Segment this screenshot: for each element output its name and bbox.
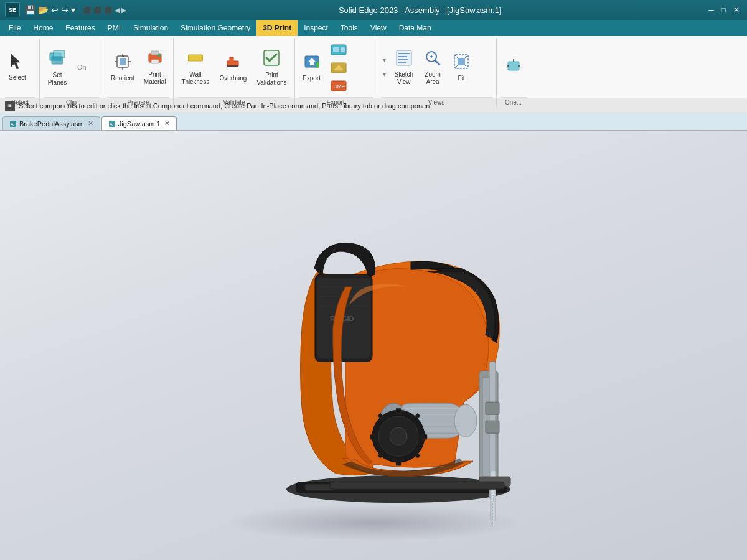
svg-rect-65 [396, 460, 401, 465]
model-container[interactable]: RIDGID [205, 178, 579, 526]
menu-tools[interactable]: Tools [334, 20, 364, 36]
svg-rect-76 [486, 421, 499, 433]
tab-bar: A BrakePedalAssy.asm ✕ A JigSaw.asm:1 ✕ [0, 113, 747, 131]
export-icon [303, 52, 321, 73]
zoom-area-icon [423, 49, 442, 70]
zoom-area-button[interactable]: ZoomArea [420, 46, 446, 88]
close-button[interactable]: ✕ [731, 6, 742, 14]
redo-icon[interactable]: ↪ [61, 5, 68, 15]
window-controls[interactable]: ─ □ ✕ [706, 6, 742, 14]
svg-rect-35 [458, 58, 465, 65]
svg-rect-80 [330, 482, 504, 489]
sketch-view-icon [395, 49, 413, 70]
menu-3d-print[interactable]: 3D Print [256, 20, 298, 36]
set-planes-button[interactable]: SetPlanes [44, 45, 71, 89]
svg-rect-6 [151, 51, 159, 55]
quick-access-toolbar[interactable]: 💾 📂 ↩ ↪ ▾ ⬛ ⬛ ⬛ ◀ ▶ [25, 5, 126, 15]
svg-rect-20 [341, 47, 345, 52]
fit-icon [452, 52, 471, 73]
maximize-button[interactable]: □ [719, 6, 728, 14]
select-button[interactable]: Select [5, 50, 30, 84]
select-label: Select [9, 74, 26, 82]
orientation-group-label: Orie... [500, 97, 527, 107]
undo-icon[interactable]: ↩ [51, 5, 59, 15]
set-planes-icon [47, 48, 67, 70]
zoom-area-label: ZoomArea [425, 71, 441, 86]
ribbon-group-views: ▾ ▾ SketchView [378, 39, 497, 107]
ribbon-group-clip: SetPlanes On Clip [41, 39, 103, 107]
menu-inspect[interactable]: Inspect [298, 20, 334, 36]
export-option-1[interactable] [327, 42, 350, 58]
save-icon[interactable]: 💾 [25, 5, 35, 15]
reorient-button[interactable]: Reorient [107, 50, 138, 85]
menu-sim-geometry[interactable]: Simulation Geometry [174, 20, 256, 36]
minimize-button[interactable]: ─ [706, 6, 716, 14]
ribbon-group-select: Select Select [2, 39, 40, 107]
tab-jigsaw-close[interactable]: ✕ [164, 119, 170, 128]
fit-button[interactable]: Fit [448, 50, 474, 85]
on-label: On [75, 62, 89, 72]
app-logo: SE [5, 2, 20, 17]
ribbon: Select Select SetPlanes [0, 36, 747, 98]
reorient-icon [113, 52, 132, 73]
window-title: Solid Edge 2023 - Assembly - [JigSaw.asm… [134, 6, 706, 15]
orientation-button[interactable] [500, 54, 527, 80]
title-bar: SE 💾 📂 ↩ ↪ ▾ ⬛ ⬛ ⬛ ◀ ▶ Solid Edge 2023 -… [0, 0, 747, 20]
svg-rect-36 [508, 62, 519, 70]
print-validations-label: PrintValidations [256, 72, 286, 86]
svg-rect-75 [486, 402, 499, 414]
menu-simulation[interactable]: Simulation [127, 20, 174, 36]
overhang-label: Overhang [219, 75, 247, 82]
sketch-view-label: SketchView [395, 71, 414, 86]
svg-rect-9 [189, 55, 202, 61]
svg-rect-19 [333, 47, 339, 52]
svg-text:3MF: 3MF [334, 83, 345, 90]
export-option-3[interactable]: 3MF [327, 78, 350, 95]
export-option-2[interactable] [327, 60, 350, 77]
fit-label: Fit [458, 75, 465, 82]
export-icon-3: 3MF [330, 80, 347, 93]
ribbon-group-export: Export [296, 39, 377, 107]
menu-pmi[interactable]: PMI [101, 20, 127, 36]
menu-home[interactable]: Home [27, 20, 59, 36]
menu-view[interactable]: View [364, 20, 393, 36]
tab-brake-pedal-label: BrakePedalAssy.asm [19, 120, 84, 128]
export-icon-2 [330, 62, 347, 75]
overhang-icon [223, 52, 242, 73]
svg-marker-0 [11, 54, 20, 69]
sketch-view-button[interactable]: SketchView [391, 46, 418, 88]
overhang-button[interactable]: Overhang [215, 50, 250, 85]
orientation-icon [504, 57, 523, 78]
svg-rect-66 [370, 434, 375, 439]
menu-features[interactable]: Features [59, 20, 101, 36]
tab-jigsaw[interactable]: A JigSaw.asm:1 ✕ [101, 116, 177, 130]
set-planes-label: SetPlanes [48, 72, 67, 86]
menu-file[interactable]: File [2, 20, 27, 36]
wall-thickness-button[interactable]: WallThickness [177, 46, 213, 88]
svg-line-31 [435, 60, 439, 65]
tab-asm-icon-1: A [9, 120, 17, 128]
menu-data-man[interactable]: Data Man [393, 20, 438, 36]
print-material-button[interactable]: PrintMaterial [140, 46, 170, 88]
svg-marker-13 [227, 57, 238, 66]
print-validations-icon [261, 48, 281, 70]
svg-rect-64 [396, 408, 401, 413]
svg-text:A: A [110, 122, 113, 126]
tab-brake-pedal-close[interactable]: ✕ [88, 119, 93, 128]
viewport: RIDGID [0, 131, 747, 560]
print-validations-button[interactable]: PrintValidations [253, 45, 290, 89]
tab-asm-icon-2: A [108, 120, 116, 128]
status-icon: ≡ [5, 101, 15, 111]
jigsaw-model-svg: RIDGID [205, 178, 579, 526]
export-button[interactable]: Export [299, 50, 325, 85]
more-icon[interactable]: ▾ [71, 5, 75, 15]
tab-brake-pedal[interactable]: A BrakePedalAssy.asm ✕ [2, 116, 100, 130]
reorient-label: Reorient [111, 75, 134, 82]
export-icon-1 [330, 44, 347, 57]
open-icon[interactable]: 📂 [38, 5, 49, 15]
ribbon-group-orientation: Orie... [498, 39, 530, 107]
svg-text:A: A [11, 122, 14, 126]
svg-point-56 [454, 404, 477, 437]
cursor-icon [9, 53, 26, 73]
ribbon-group-validate: WallThickness Overhang [175, 39, 294, 107]
